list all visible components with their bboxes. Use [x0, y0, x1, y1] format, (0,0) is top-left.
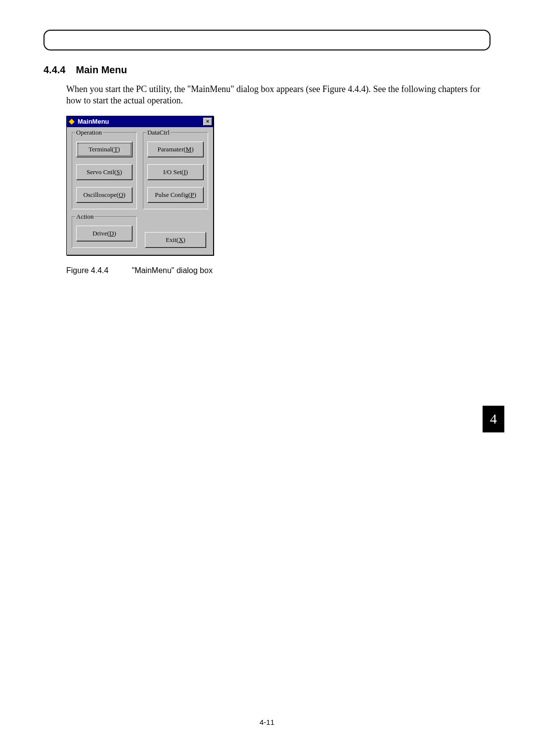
figure-caption-text: "MainMenu" dialog box	[132, 266, 212, 275]
right-column: DataCtrl Paramater(M) I/O Set(I) Pulse C…	[143, 132, 208, 248]
header-box	[44, 30, 490, 50]
section-number: 4.4.4	[44, 64, 73, 76]
mainmenu-dialog: MainMenu × Operation Terminal(T) Servo C…	[66, 116, 214, 255]
group-datactrl: DataCtrl Paramater(M) I/O Set(I) Pulse C…	[143, 132, 208, 209]
paramater-button[interactable]: Paramater(M)	[147, 142, 204, 157]
legend-action: Action	[75, 213, 94, 221]
drive-button[interactable]: Drive(D)	[76, 226, 133, 241]
section-title: Main Menu	[76, 64, 127, 75]
pulse-config-button[interactable]: Pulse Config(P)	[147, 187, 204, 203]
oscilloscope-button[interactable]: Oscilloscope(O)	[76, 187, 133, 203]
figure-caption: Figure 4.4.4 "MainMenu" dialog box	[66, 266, 490, 275]
intro-paragraph: When you start the PC utility, the "Main…	[66, 84, 490, 107]
svg-marker-0	[69, 119, 75, 125]
exit-button[interactable]: Exit(X)	[145, 232, 206, 248]
spacer	[143, 216, 208, 225]
close-icon[interactable]: ×	[203, 118, 212, 126]
group-action: Action Drive(D)	[72, 216, 137, 248]
io-set-button[interactable]: I/O Set(I)	[147, 164, 204, 180]
titlebar-text: MainMenu	[78, 118, 203, 125]
page-number: 4-11	[0, 718, 534, 726]
left-column: Operation Terminal(T) Servo Cntl(S) Osci…	[72, 132, 137, 248]
dialog-body: Operation Terminal(T) Servo Cntl(S) Osci…	[67, 127, 213, 255]
legend-operation: Operation	[75, 129, 103, 137]
figure-number: Figure 4.4.4	[66, 266, 130, 275]
titlebar[interactable]: MainMenu ×	[67, 116, 213, 127]
chapter-tab: 4	[483, 406, 504, 432]
section-heading: 4.4.4 Main Menu	[44, 64, 490, 76]
group-operation: Operation Terminal(T) Servo Cntl(S) Osci…	[72, 132, 137, 209]
legend-datactrl: DataCtrl	[146, 129, 171, 137]
terminal-button[interactable]: Terminal(T)	[76, 142, 133, 157]
app-icon	[68, 118, 76, 126]
servo-cntl-button[interactable]: Servo Cntl(S)	[76, 164, 133, 180]
